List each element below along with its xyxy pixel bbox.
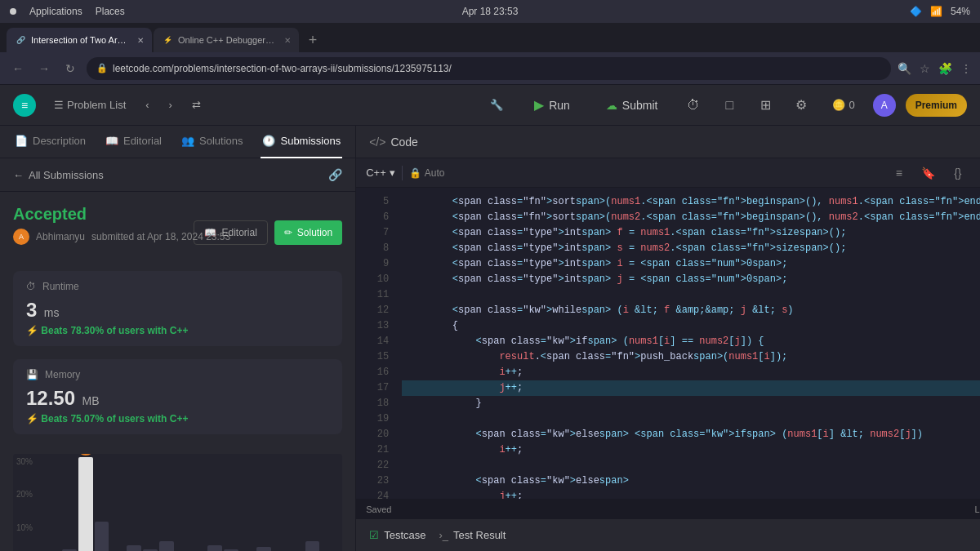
tab-description[interactable]: 📄 Description — [13, 126, 87, 158]
code-bracket-icon: </> — [369, 136, 385, 149]
os-apps[interactable]: Applications — [29, 6, 82, 17]
code-title: </> Code — [369, 136, 418, 149]
bluetooth-icon: 🔷 — [910, 6, 922, 17]
app-header: ≡ ☰ Problem List ‹ › ⇄ 🔧 ▶ Run ☁ Submit … — [0, 85, 980, 126]
random-button[interactable]: ⇄ — [184, 92, 209, 118]
toolbar-separator — [402, 166, 403, 180]
search-icon[interactable]: 🔍 — [898, 62, 911, 75]
bookmark-icon[interactable]: 🔖 — [917, 162, 940, 184]
address-bar: ← → ↻ 🔒 leetcode.com/problems/intersecti… — [0, 52, 980, 85]
user-avatar[interactable]: A — [873, 94, 896, 117]
submission-card: Accepted A Abhimanyu submitted at Apr 18… — [0, 192, 355, 258]
os-places[interactable]: Places — [96, 6, 125, 17]
address-bar-right: 🔍 ☆ 🧩 ⋮ — [898, 62, 972, 75]
memory-label: Memory — [45, 369, 80, 380]
new-tab-button[interactable]: + — [301, 28, 325, 52]
browser-tab-2[interactable]: ⚡ Online C++ Debugger - c... ✕ — [154, 28, 299, 52]
submit-cloud-icon: ☁ — [606, 99, 617, 112]
back-button[interactable]: ← — [8, 59, 28, 78]
clock-icon[interactable]: ⏱ — [680, 92, 706, 118]
coin-value: 0 — [849, 99, 854, 111]
lines-icon[interactable]: ≡ — [888, 162, 911, 184]
undo-icon[interactable]: ↩ — [976, 162, 980, 184]
url-bar[interactable]: 🔒 leetcode.com/problems/intersection-of-… — [87, 57, 891, 80]
check-icon: ☑ — [369, 529, 379, 541]
lock-auto-icon: 🔒 — [409, 167, 421, 179]
submit-button[interactable]: ☁ Submit — [593, 92, 671, 118]
tab-label-2: Online C++ Debugger - c... — [178, 35, 276, 45]
testcase-tab[interactable]: ☑ Testcase — [369, 529, 425, 541]
cursor-position: Ln 17, Col 21 — [974, 504, 980, 514]
more-icon[interactable]: ⋮ — [960, 62, 972, 75]
tab-editorial[interactable]: 📖 Editorial — [104, 126, 163, 158]
grid-icon[interactable]: ⊞ — [752, 92, 778, 118]
refresh-button[interactable]: ↻ — [60, 59, 80, 78]
solution-button[interactable]: ✏ Solution — [274, 220, 342, 245]
solution-btn-label: Solution — [297, 227, 332, 238]
os-time: Apr 18 23:53 — [462, 6, 519, 17]
memory-beats-prefix: Beats — [41, 413, 70, 424]
forward-button[interactable]: → — [34, 59, 54, 78]
tab-solutions[interactable]: 👥 Solutions — [180, 126, 244, 158]
settings-icon[interactable]: ⚙ — [788, 92, 814, 118]
run-button[interactable]: ▶ Run — [521, 92, 583, 118]
memory-beats: ⚡ Beats 75.07% of users with C++ — [26, 413, 329, 424]
app-logo: ≡ — [13, 94, 36, 117]
back-link[interactable]: ← All Submissions — [13, 169, 104, 181]
tab-close-1[interactable]: ✕ — [137, 36, 144, 45]
solutions-icon: 👥 — [181, 135, 194, 147]
favicon-2: ⚡ — [162, 34, 173, 46]
lang-chevron-icon: ▾ — [390, 167, 395, 179]
tabs-bar: 🔗 Intersection of Two Arra... ✕ ⚡ Online… — [0, 23, 980, 52]
code-editor: 5678910111213141516171819202122232425 <s… — [356, 188, 980, 499]
os-dot — [10, 8, 16, 15]
main-content: 📄 Description 📖 Editorial 👥 Solutions 🕐 … — [0, 126, 980, 551]
star-icon[interactable]: ☆ — [920, 62, 930, 75]
y-label-10: 10% — [16, 523, 33, 532]
tab-close-2[interactable]: ✕ — [284, 36, 291, 45]
y-label-20: 20% — [16, 490, 33, 499]
code-status-bar: Saved Ln 17, Col 21 — [356, 499, 980, 518]
language-select[interactable]: C++ ▾ — [366, 167, 395, 179]
premium-button[interactable]: Premium — [906, 94, 967, 117]
problem-list-nav[interactable]: ☰ Problem List — [46, 92, 134, 118]
testresult-tab[interactable]: ›_ Test Result — [439, 529, 506, 541]
back-arrow: ← — [13, 169, 24, 181]
battery-icon: 54% — [951, 6, 970, 17]
header-nav: ☰ Problem List ‹ › ⇄ — [46, 92, 209, 118]
nav-next[interactable]: › — [161, 92, 180, 118]
chain-icon: 🔗 — [328, 168, 342, 181]
code-content[interactable]: <span class="fn">sortspan>(nums1.<span c… — [395, 188, 980, 499]
runtime-value: 3 — [26, 299, 37, 321]
tab-label-1: Intersection of Two Arra... — [31, 35, 129, 45]
coin-count: 🪙 0 — [824, 92, 862, 118]
list-icon: ☰ — [54, 99, 64, 111]
sub-tabs: 📄 Description 📖 Editorial 👥 Solutions 🕐 … — [0, 126, 355, 158]
braces-icon[interactable]: {} — [947, 162, 969, 184]
memory-value-row: 12.50 MB — [26, 387, 329, 410]
browser-tab-1[interactable]: 🔗 Intersection of Two Arra... ✕ — [7, 28, 152, 52]
testcase-label: Testcase — [384, 529, 425, 541]
runtime-metric: ⏱ Runtime 3 ms ⚡ Beats 78.30% of users w… — [13, 271, 342, 346]
tab-submissions[interactable]: 🕐 Submissions — [261, 126, 342, 158]
os-bar-left: Applications Places — [10, 6, 125, 17]
problem-list-label: Problem List — [67, 99, 126, 111]
chart-container: 30% 20% 10% 0% A — [13, 454, 342, 551]
terminal-icon: ›_ — [439, 529, 449, 541]
tools-icon[interactable]: 🔧 — [482, 92, 511, 118]
nav-prev[interactable]: ‹ — [137, 92, 157, 118]
runtime-beats-suffix: of users with C++ — [104, 325, 188, 336]
runtime-unit: ms — [44, 306, 60, 319]
fullscreen-icon[interactable]: □ — [716, 92, 742, 118]
right-panel: </> Code C++ ▾ 🔒 Auto ≡ 🔖 {} ↩ — [356, 126, 980, 551]
extensions-icon[interactable]: 🧩 — [938, 62, 952, 75]
code-toolbar: C++ ▾ 🔒 Auto ≡ 🔖 {} ↩ ⤢ — [356, 158, 980, 188]
submissions-icon: 🕐 — [262, 135, 275, 147]
auto-button[interactable]: 🔒 Auto — [409, 167, 445, 179]
memory-beats-suffix: of users with C++ — [104, 413, 188, 424]
chart-area: 30% 20% 10% 0% A — [0, 447, 355, 551]
memory-header: 💾 Memory — [26, 369, 329, 380]
memory-icon: 💾 — [26, 369, 38, 380]
line-numbers: 5678910111213141516171819202122232425 — [356, 188, 395, 499]
y-label-30: 30% — [16, 457, 33, 466]
